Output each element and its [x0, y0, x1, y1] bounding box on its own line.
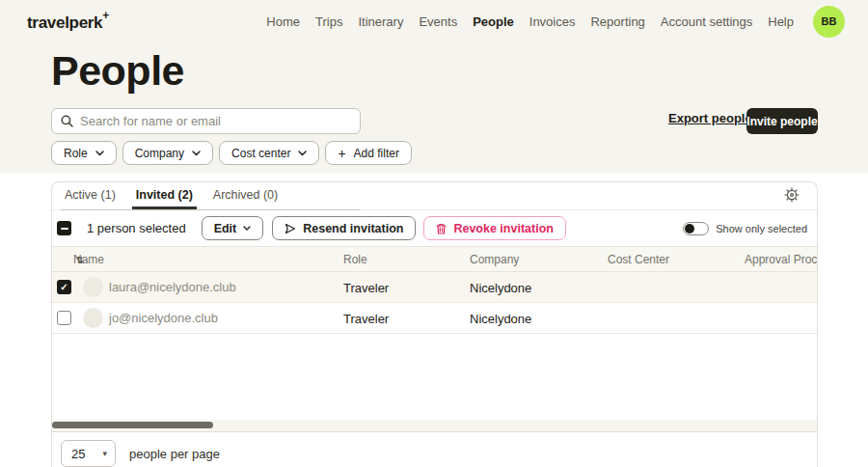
chevron-down-icon: [192, 151, 201, 156]
row-role: Traveler: [343, 280, 389, 294]
filters-row: Role Company Cost center + Add filter: [51, 141, 412, 165]
column-header-approval-process: Approval Process: [745, 253, 818, 266]
page-title: People: [51, 48, 184, 94]
indeterminate-mark: [61, 228, 68, 230]
search-input[interactable]: [80, 114, 351, 128]
toggle-knob: [685, 224, 694, 234]
company-filter-dropdown[interactable]: Company: [122, 141, 213, 165]
nav-item-invoices[interactable]: Invoices: [529, 14, 576, 29]
tab-archived[interactable]: Archived (0): [209, 188, 282, 209]
selection-count: 1 person selected: [87, 221, 186, 235]
add-filter-button[interactable]: + Add filter: [325, 141, 412, 165]
horizontal-scrollbar-thumb[interactable]: [52, 422, 213, 428]
people-table-card: Active (1) Invited (2) Archived (0): [51, 181, 818, 467]
selection-action-bar: 1 person selected Edit Resend invitation…: [52, 210, 817, 247]
edit-label: Edit: [214, 222, 237, 235]
edit-dropdown-button[interactable]: Edit: [202, 216, 264, 240]
row-checkbox-checked[interactable]: ✓: [57, 280, 71, 294]
trash-icon: [436, 223, 447, 234]
export-people-link[interactable]: Export people: [668, 111, 752, 125]
user-avatar[interactable]: BB: [813, 6, 845, 38]
check-mark: ✓: [60, 283, 68, 292]
show-only-selected-control: Show only selected: [683, 222, 817, 235]
select-all-checkbox[interactable]: [57, 221, 71, 235]
tab-active[interactable]: Active (1): [61, 188, 120, 209]
cost-center-filter-dropdown[interactable]: Cost center: [219, 141, 319, 165]
revoke-label: Revoke invitation: [453, 222, 554, 235]
table-empty-area: [52, 334, 817, 420]
nav-items: Home Trips Itinerary Events People Invoi…: [266, 6, 845, 38]
row-role: Traveler: [343, 311, 389, 325]
plus-icon: +: [338, 147, 345, 160]
show-only-selected-label: Show only selected: [716, 223, 807, 234]
column-header-role: Role: [343, 253, 367, 266]
row-email: jo@nicelydone.club: [109, 311, 218, 325]
sort-icon: ⇅: [76, 254, 84, 264]
avatar: [83, 277, 103, 297]
row-checkbox-unchecked[interactable]: [57, 311, 71, 325]
chevron-down-icon: [95, 151, 104, 156]
table-header-row: Name⇅ Role Company Cost Center Approval …: [52, 247, 817, 272]
people-page: travelperk+ Home Trips Itinerary Events …: [0, 0, 868, 467]
avatar: [83, 308, 103, 328]
caret-down-icon: ▾: [102, 449, 107, 458]
row-email: laura@nicelydone.club: [109, 280, 236, 294]
column-header-cost-center: Cost Center: [608, 253, 669, 266]
nav-item-people[interactable]: People: [473, 14, 514, 29]
role-filter-label: Role: [64, 147, 88, 160]
travelperk-logo[interactable]: travelperk+: [27, 11, 109, 33]
role-filter-dropdown[interactable]: Role: [51, 141, 117, 165]
tabs-underline: [61, 209, 361, 210]
add-filter-label: Add filter: [354, 147, 399, 160]
chevron-down-icon: [243, 226, 251, 231]
invite-people-button[interactable]: Invite people: [746, 108, 818, 134]
pagination-bar: 25 ▾ people per page: [52, 431, 817, 467]
tab-invited[interactable]: Invited (2): [132, 188, 197, 209]
column-header-company: Company: [470, 253, 519, 266]
nav-item-itinerary[interactable]: Itinerary: [358, 14, 403, 29]
table-row: jo@nicelydone.club Traveler Nicelydone: [52, 303, 817, 334]
cost-center-filter-label: Cost center: [231, 147, 290, 160]
show-only-selected-toggle[interactable]: [683, 222, 709, 235]
resend-invitation-button[interactable]: Resend invitation: [272, 216, 416, 240]
table-row: ✓ laura@nicelydone.club Traveler Nicelyd…: [52, 272, 817, 303]
chevron-down-icon: [298, 151, 307, 156]
nav-item-home[interactable]: Home: [266, 14, 300, 29]
send-icon: [285, 223, 296, 234]
top-navbar: travelperk+ Home Trips Itinerary Events …: [0, 0, 868, 42]
nav-item-help[interactable]: Help: [768, 14, 794, 29]
per-page-value: 25: [71, 447, 85, 461]
tab-strip: Active (1) Invited (2) Archived (0): [52, 182, 817, 210]
row-company: Nicelydone: [470, 311, 531, 325]
logo-plus-mark: +: [102, 9, 109, 22]
search-box: [51, 108, 361, 134]
company-filter-label: Company: [135, 147, 184, 160]
resend-label: Resend invitation: [303, 222, 403, 235]
nav-item-trips[interactable]: Trips: [315, 14, 342, 29]
logo-text: travelperk: [27, 13, 102, 31]
search-icon: [61, 115, 73, 127]
revoke-invitation-button[interactable]: Revoke invitation: [423, 216, 566, 240]
nav-item-account-settings[interactable]: Account settings: [661, 14, 752, 29]
row-company: Nicelydone: [470, 280, 531, 294]
gear-icon[interactable]: [784, 187, 800, 203]
per-page-label: people per page: [129, 447, 220, 461]
nav-item-events[interactable]: Events: [419, 14, 457, 29]
nav-item-reporting[interactable]: Reporting: [590, 14, 644, 29]
horizontal-scrollbar[interactable]: [52, 420, 817, 431]
per-page-select[interactable]: 25 ▾: [61, 440, 116, 467]
